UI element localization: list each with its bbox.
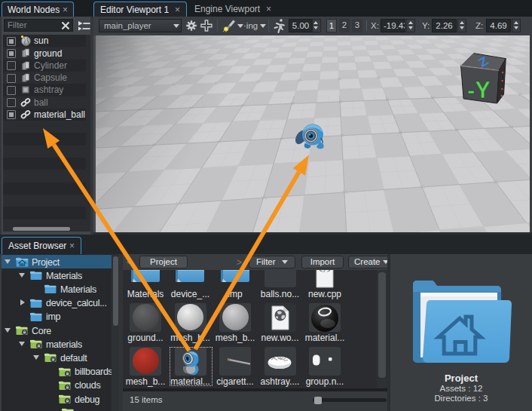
svg-text:-Y: -Y xyxy=(467,77,491,103)
svg-text:</>: </> xyxy=(320,270,331,274)
